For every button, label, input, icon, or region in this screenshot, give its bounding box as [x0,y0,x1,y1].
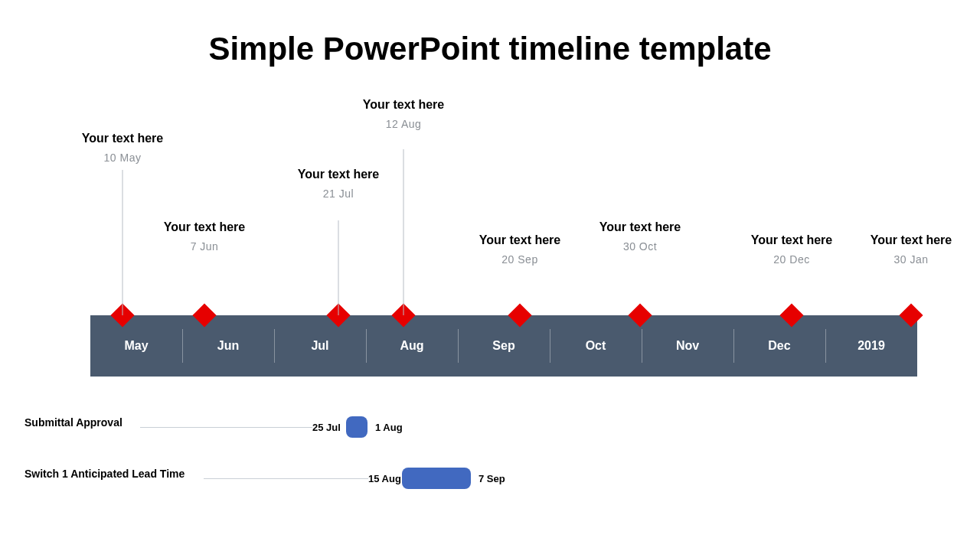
milestone: Your text here20 Dec [751,233,832,266]
month-separator [458,329,459,363]
page-title: Simple PowerPoint timeline template [0,31,980,67]
month-separator [733,329,734,363]
task-label: Switch 1 Anticipated Lead Time [24,468,185,480]
month-label: May [90,315,182,377]
milestone: Your text here20 Sep [479,233,560,266]
task-date-start: 15 Aug [368,473,401,484]
milestone-leader [122,170,123,315]
milestone-label: Your text here [164,220,245,234]
milestone-label: Your text here [298,168,379,181]
month-separator [274,329,275,363]
task-date-start: 25 Jul [312,422,341,433]
task-date-end: 7 Sep [479,473,505,484]
milestone-date: 21 Jul [298,187,379,200]
task-label: Submittal Approval [24,416,122,429]
month-separator [825,329,826,363]
task-date-end: 1 Aug [375,422,403,433]
task-line [140,427,312,428]
milestone-date: 20 Dec [751,253,832,266]
milestone-label: Your text here [871,233,952,247]
month-label: Oct [550,315,642,377]
task-row: Submittal Approval [24,416,122,429]
month-label: Aug [366,315,458,377]
milestone-label: Your text here [599,220,681,234]
milestone-label: Your text here [363,98,444,112]
month-label: Jul [274,315,366,377]
milestone: Your text here21 Jul [298,168,379,200]
milestone-leader [403,149,404,315]
milestone-date: 12 Aug [363,118,444,130]
milestone: Your text here10 May [82,132,163,164]
milestone: Your text here12 Aug [363,98,444,130]
milestone-leader [338,220,339,315]
month-label: Dec [733,315,825,377]
milestone-date: 30 Jan [871,253,952,266]
milestone-label: Your text here [479,233,560,247]
month-separator [550,329,550,363]
milestone-date: 10 May [82,152,163,164]
month-separator [642,329,642,363]
month-label: Nov [642,315,733,377]
month-separator [182,329,183,363]
month-separator [366,329,367,363]
milestone: Your text here30 Jan [871,233,952,266]
milestone-label: Your text here [82,132,163,145]
milestone: Your text here7 Jun [164,220,245,253]
milestone-date: 20 Sep [479,253,560,266]
task-bar [346,416,368,438]
milestone-label: Your text here [751,233,832,247]
task-line [204,478,368,479]
task-row: Switch 1 Anticipated Lead Time [24,468,185,480]
milestone-date: 30 Oct [599,240,681,253]
milestone-date: 7 Jun [164,240,245,253]
task-bar [402,468,471,489]
month-label: Jun [182,315,274,377]
milestone: Your text here30 Oct [599,220,681,253]
month-label: 2019 [825,315,917,377]
month-label: Sep [458,315,550,377]
